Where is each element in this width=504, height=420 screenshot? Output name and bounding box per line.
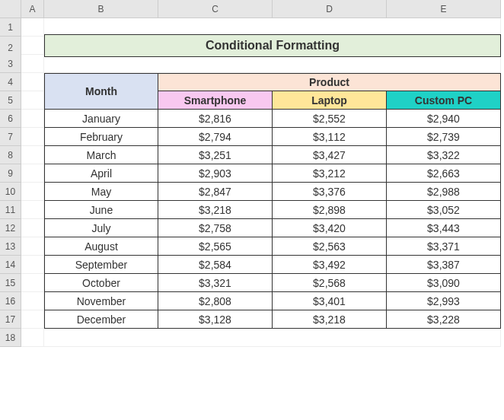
row-header-18[interactable]: 18 xyxy=(0,329,21,347)
cell-month-5[interactable]: June xyxy=(44,201,158,219)
cell-A11[interactable] xyxy=(21,201,44,219)
row-header-5[interactable]: 5 xyxy=(0,91,21,110)
cell-A6[interactable] xyxy=(21,110,44,128)
row-header-11[interactable]: 11 xyxy=(0,201,21,219)
blank-row-3[interactable] xyxy=(44,55,501,73)
cell-custompc-5[interactable]: $3,052 xyxy=(387,201,501,219)
col-header-D[interactable]: D xyxy=(273,0,387,18)
row-header-7[interactable]: 7 xyxy=(0,128,21,146)
cell-laptop-6[interactable]: $3,420 xyxy=(273,219,387,237)
cell-A3[interactable] xyxy=(21,55,44,73)
cell-smartphone-8[interactable]: $2,584 xyxy=(158,256,273,274)
cell-custompc-2[interactable]: $3,322 xyxy=(387,146,501,164)
cell-smartphone-3[interactable]: $2,903 xyxy=(158,164,273,183)
page-title[interactable]: Conditional Formatting xyxy=(44,34,501,57)
cell-smartphone-1[interactable]: $2,794 xyxy=(158,128,273,146)
row-header-10[interactable]: 10 xyxy=(0,183,21,201)
cell-month-9[interactable]: October xyxy=(44,274,158,292)
cell-A2[interactable] xyxy=(21,37,44,55)
cell-A12[interactable] xyxy=(21,219,44,237)
cell-custompc-10[interactable]: $2,993 xyxy=(387,292,501,310)
cell-smartphone-7[interactable]: $2,565 xyxy=(158,237,273,256)
cell-A8[interactable] xyxy=(21,146,44,164)
subheader-smartphone[interactable]: Smartphone xyxy=(158,91,273,110)
cell-month-3[interactable]: April xyxy=(44,164,158,183)
row-header-14[interactable]: 14 xyxy=(0,256,21,274)
cell-laptop-7[interactable]: $2,563 xyxy=(273,237,387,256)
row-header-16[interactable]: 16 xyxy=(0,292,21,310)
select-all-corner[interactable] xyxy=(0,0,21,18)
cell-A1[interactable] xyxy=(21,18,44,37)
subheader-laptop[interactable]: Laptop xyxy=(273,91,387,110)
cell-month-1[interactable]: February xyxy=(44,128,158,146)
col-header-C[interactable]: C xyxy=(158,0,273,18)
row-header-6[interactable]: 6 xyxy=(0,110,21,128)
cell-custompc-8[interactable]: $3,387 xyxy=(387,256,501,274)
cell-A14[interactable] xyxy=(21,256,44,274)
cell-A5[interactable] xyxy=(21,91,44,110)
cell-laptop-0[interactable]: $2,552 xyxy=(273,110,387,128)
cell-A13[interactable] xyxy=(21,237,44,256)
col-header-B[interactable]: B xyxy=(44,0,158,18)
cell-smartphone-10[interactable]: $2,808 xyxy=(158,292,273,310)
subheader-custompc[interactable]: Custom PC xyxy=(387,91,501,110)
cell-month-0[interactable]: January xyxy=(44,110,158,128)
cell-laptop-10[interactable]: $3,401 xyxy=(273,292,387,310)
cell-A10[interactable] xyxy=(21,183,44,201)
col-header-A[interactable]: A xyxy=(21,0,44,18)
row-header-15[interactable]: 15 xyxy=(0,274,21,292)
cell-smartphone-11[interactable]: $3,128 xyxy=(158,310,273,329)
cell-smartphone-5[interactable]: $3,218 xyxy=(158,201,273,219)
cell-custompc-1[interactable]: $2,739 xyxy=(387,128,501,146)
cell-A7[interactable] xyxy=(21,128,44,146)
cell-custompc-6[interactable]: $3,443 xyxy=(387,219,501,237)
cell-month-8[interactable]: September xyxy=(44,256,158,274)
cell-laptop-9[interactable]: $2,568 xyxy=(273,274,387,292)
cell-A16[interactable] xyxy=(21,292,44,310)
row-header-8[interactable]: 8 xyxy=(0,146,21,164)
cell-A9[interactable] xyxy=(21,164,44,183)
row-header-4[interactable]: 4 xyxy=(0,73,21,91)
cell-custompc-4[interactable]: $2,988 xyxy=(387,183,501,201)
cell-custompc-11[interactable]: $3,228 xyxy=(387,310,501,329)
row-header-17[interactable]: 17 xyxy=(0,310,21,329)
row-header-1[interactable]: 1 xyxy=(0,18,21,37)
cell-month-2[interactable]: March xyxy=(44,146,158,164)
grid: A B C D E 1 2 3 4 5 6 7 8 9 10 11 12 13 … xyxy=(0,0,504,347)
cell-A4[interactable] xyxy=(21,73,44,91)
blank-row-18[interactable] xyxy=(44,329,501,347)
cell-month-6[interactable]: July xyxy=(44,219,158,237)
product-header[interactable]: Product xyxy=(158,73,501,91)
cell-month-11[interactable]: December xyxy=(44,310,158,329)
cell-custompc-0[interactable]: $2,940 xyxy=(387,110,501,128)
cell-custompc-3[interactable]: $2,663 xyxy=(387,164,501,183)
cell-smartphone-0[interactable]: $2,816 xyxy=(158,110,273,128)
cell-smartphone-2[interactable]: $3,251 xyxy=(158,146,273,164)
cell-month-7[interactable]: August xyxy=(44,237,158,256)
row-header-12[interactable]: 12 xyxy=(0,219,21,237)
spreadsheet: wsxdn.com A B C D E 1 2 3 4 5 6 7 8 9 10… xyxy=(0,0,504,420)
cell-A15[interactable] xyxy=(21,274,44,292)
row-header-3[interactable]: 3 xyxy=(0,55,21,73)
cell-smartphone-4[interactable]: $2,847 xyxy=(158,183,273,201)
col-header-E[interactable]: E xyxy=(387,0,501,18)
cell-A18[interactable] xyxy=(21,329,44,347)
cell-smartphone-6[interactable]: $2,758 xyxy=(158,219,273,237)
cell-laptop-2[interactable]: $3,427 xyxy=(273,146,387,164)
cell-laptop-8[interactable]: $3,492 xyxy=(273,256,387,274)
cell-month-4[interactable]: May xyxy=(44,183,158,201)
row-header-9[interactable]: 9 xyxy=(0,164,21,183)
cell-laptop-1[interactable]: $3,112 xyxy=(273,128,387,146)
cell-custompc-9[interactable]: $3,090 xyxy=(387,274,501,292)
cell-laptop-4[interactable]: $3,376 xyxy=(273,183,387,201)
cell-A17[interactable] xyxy=(21,310,44,329)
cell-custompc-7[interactable]: $3,371 xyxy=(387,237,501,256)
cell-smartphone-9[interactable]: $3,321 xyxy=(158,274,273,292)
month-header[interactable]: Month xyxy=(44,73,158,110)
cell-laptop-11[interactable]: $3,218 xyxy=(273,310,387,329)
cell-laptop-3[interactable]: $3,212 xyxy=(273,164,387,183)
cell-month-10[interactable]: November xyxy=(44,292,158,310)
cell-laptop-5[interactable]: $2,898 xyxy=(273,201,387,219)
row-header-13[interactable]: 13 xyxy=(0,237,21,256)
